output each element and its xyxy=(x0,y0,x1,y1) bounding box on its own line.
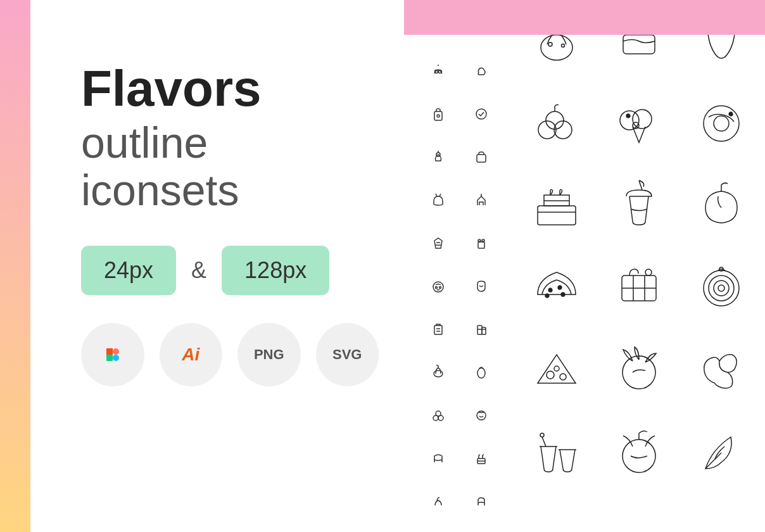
large-icon-icecream xyxy=(598,82,680,165)
svg-point-60 xyxy=(558,286,562,289)
large-icons-section xyxy=(515,0,762,532)
svg-point-51 xyxy=(704,106,739,141)
svg-point-9 xyxy=(439,70,442,73)
small-icon xyxy=(417,179,460,222)
left-panel: Flavors outline iconsets 24px & 128px xyxy=(30,0,404,532)
svg-point-50 xyxy=(626,114,630,118)
small-icons-col-1 xyxy=(417,0,460,532)
large-icon-cake xyxy=(515,165,598,247)
svg-point-74 xyxy=(560,374,566,380)
svg-point-22 xyxy=(436,411,441,416)
large-icon-coconut xyxy=(598,329,680,412)
large-icon-peach xyxy=(680,165,762,247)
small-icon xyxy=(460,265,503,308)
small-icon xyxy=(417,394,460,437)
figma-badge xyxy=(81,323,144,386)
svg-rect-2 xyxy=(113,348,119,355)
title-sub: outline iconsets xyxy=(81,119,379,214)
small-icon xyxy=(417,480,460,523)
left-accent-bar xyxy=(0,0,30,532)
small-icon xyxy=(460,308,503,351)
large-icon-watermelon xyxy=(515,247,598,329)
svg-point-80 xyxy=(540,433,544,437)
svg-rect-54 xyxy=(538,206,576,225)
right-panel xyxy=(404,0,765,532)
large-icon-donut xyxy=(680,82,762,165)
small-icon xyxy=(460,92,503,136)
svg-point-73 xyxy=(547,371,554,379)
format-badges-container: Ai PNG SVG xyxy=(81,323,379,386)
svg-rect-34 xyxy=(482,327,486,334)
large-icons-row-4 xyxy=(515,247,762,329)
svg-point-70 xyxy=(714,281,729,296)
svg-point-42 xyxy=(562,44,565,48)
large-icons-row-6 xyxy=(515,412,762,494)
svg-point-15 xyxy=(439,287,441,289)
svg-point-14 xyxy=(436,287,438,289)
large-icons-row-3 xyxy=(515,165,762,247)
svg-rect-26 xyxy=(477,155,486,162)
large-icons-row-2 xyxy=(515,82,762,165)
figma-icon xyxy=(103,345,122,364)
svg-point-40 xyxy=(541,35,572,60)
small-icon xyxy=(460,437,503,480)
small-icon xyxy=(460,394,503,437)
svg-point-48 xyxy=(633,110,652,129)
svg-rect-4 xyxy=(106,348,113,355)
small-icon xyxy=(460,480,503,523)
small-icon xyxy=(417,308,460,351)
svg-point-11 xyxy=(437,115,439,117)
large-icon-cinnamon-roll xyxy=(680,247,762,329)
small-icon xyxy=(460,222,503,265)
small-icon xyxy=(417,49,460,92)
large-icon-berries xyxy=(515,82,598,165)
svg-point-41 xyxy=(548,42,552,46)
large-icon-cheese xyxy=(515,329,598,412)
svg-point-19 xyxy=(434,370,443,377)
ampersand: & xyxy=(191,257,206,284)
px-badge-128: 128px xyxy=(222,246,329,295)
small-icon xyxy=(460,179,503,222)
svg-point-81 xyxy=(623,440,655,472)
svg-rect-1 xyxy=(106,355,113,361)
svg-rect-43 xyxy=(623,35,655,54)
svg-point-62 xyxy=(545,294,549,298)
svg-point-53 xyxy=(729,112,733,116)
title-block: Flavors outline iconsets xyxy=(81,63,379,214)
small-icon xyxy=(417,136,460,179)
svg-rect-28 xyxy=(478,242,484,248)
svg-rect-10 xyxy=(434,111,442,120)
large-icon-drinks xyxy=(515,412,598,494)
icons-container xyxy=(417,0,762,532)
main-content: Flavors outline iconsets 24px & 128px xyxy=(30,0,765,532)
small-icon xyxy=(460,351,503,394)
ai-badge: Ai xyxy=(160,323,223,386)
large-icons-row-5 xyxy=(515,329,762,412)
svg-badge: SVG xyxy=(316,323,379,386)
px-badge-24: 24px xyxy=(81,246,176,295)
large-icon-milkshake xyxy=(598,165,680,247)
large-icon-coconut-drink xyxy=(598,412,680,494)
small-icon xyxy=(417,222,460,265)
large-icon-leaf xyxy=(680,412,762,494)
svg-point-8 xyxy=(435,70,438,73)
svg-point-44 xyxy=(538,121,556,139)
title-main: Flavors xyxy=(81,63,379,114)
large-icon-chocolate xyxy=(598,247,680,329)
png-badge: PNG xyxy=(237,323,301,386)
top-right-pink xyxy=(404,0,765,35)
px-badges-container: 24px & 128px xyxy=(81,246,379,295)
small-icons-col-2 xyxy=(460,0,503,532)
svg-point-52 xyxy=(714,116,729,131)
small-icon xyxy=(417,437,460,480)
svg-point-59 xyxy=(548,288,552,292)
small-icon xyxy=(460,49,503,92)
svg-rect-16 xyxy=(434,326,442,334)
svg-point-76 xyxy=(623,356,655,389)
svg-point-36 xyxy=(477,368,485,378)
svg-rect-33 xyxy=(477,326,482,334)
svg-point-71 xyxy=(718,285,724,291)
svg-point-67 xyxy=(645,269,652,276)
svg-point-61 xyxy=(561,293,565,296)
svg-point-69 xyxy=(709,276,734,301)
